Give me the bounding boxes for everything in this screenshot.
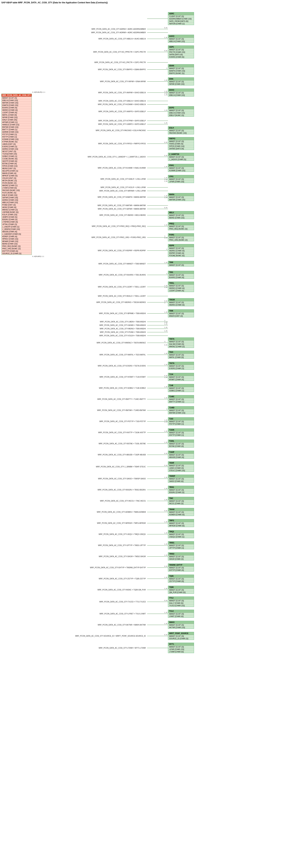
target-entity-field: EBELP [NUMC (5)] (168, 114, 194, 117)
relationship-connector: 1..N (147, 478, 168, 479)
target-entity-title: TINC (168, 497, 194, 500)
relationship-connector: 0..N (147, 144, 168, 144)
cardinality-label: 0..N (164, 142, 167, 143)
target-entity-title: RDPR (168, 244, 194, 247)
cardinality-label: 1..N 1..N (164, 419, 167, 423)
cardinality-label: 1..N (164, 261, 167, 264)
relationship-label: WRF_PCON_DATA_AC_COSI_STY-BUKRS = T001-B… (74, 274, 147, 276)
target-entity-title: T149C (168, 395, 194, 398)
target-entity-box: PREQMANDT [CLNT (3)]PRIO_REQ [NUMC (3)] (168, 222, 194, 230)
main-entity-field: KNTTP [CHAR (1)] (2, 135, 32, 138)
target-entity-box: AUKOMANDT [CLNT (3)]ABELN [CHAR (10)] (168, 35, 194, 43)
target-entity-field: MANDT [CLNT (3)] (168, 167, 194, 169)
main-entity-field: EMATN [CHAR (18)] (2, 104, 32, 106)
cardinality-label: 1..N (164, 327, 167, 328)
target-entity-field: FIPOS [CHAR (14)] (168, 145, 194, 147)
relationship-row: WRF_PCON_DATA_AC_COSI_STY-LTSNR = WYT1-L… (74, 643, 282, 653)
cardinality-label: 1 (166, 273, 167, 275)
target-entity-field: TXJCD [CHAR (15)] (168, 604, 194, 607)
target-entity-field: MANDT [CLNT (3)] (168, 454, 194, 456)
relationship-connector (147, 215, 168, 215)
relationship-label: WRF_PCON_DATA_AC_COSI_STY-TXJCD = TTXJ-T… (74, 601, 147, 603)
relationship-label: WRF_PCON_DATA_AC_COSI_STY-BSTAE = T163L-… (74, 443, 147, 444)
main-entity-field: PRIO_REQ [NUMC (3)] (2, 245, 32, 247)
target-entity-field: MANDT [CLNT (3)] (168, 589, 194, 591)
target-entity-box: T149CMANDT [CLNT (3)]BWTTY [CHAR (1)] (168, 395, 194, 403)
target-entity-box: KNA1MANDT [CLNT (3)]KUNNR [CHAR (10)] (168, 164, 194, 172)
main-entity-field: LNFRNB [NUMC (6)] (2, 211, 32, 213)
target-entity-field: MFRGR [CHAR (8)] (168, 524, 194, 527)
relationship-label: WRF_PCON_DATA_AC_COSI_STY-VOLEH = T006-M… (74, 335, 147, 337)
relationship-connector (147, 205, 168, 206)
target-entity-field: BWTAR [CHAR (10)] (168, 412, 194, 414)
relationship-connector: 1..N (147, 399, 168, 399)
main-entity-field: MAHN [CHAR (4)] (2, 172, 32, 175)
relationship-label: WRF_PCON_DATA_AC_COSI_STY-SATNR = MARA-M… (74, 208, 147, 210)
target-entity-field: MANDT [CLNT (3)] (168, 312, 194, 315)
target-entity-title: WYT1 (168, 643, 194, 646)
target-entity-field: MANDT [CLNT (3)] (168, 420, 194, 423)
relationship-row: WRF_PCON_DATA_AC_COSI_STY-KTPNR = EKPO-E… (74, 119, 282, 122)
cardinality-label: 0..N (164, 207, 167, 209)
target-entity-field: MANDT [CLNT (3)] (168, 398, 194, 401)
target-entity-box: TMSI1MANDT [CLNT (3)]UPTYP [CHAR (1)] (168, 541, 194, 549)
target-entity-field: QM_PUR [CHAR (8)] (168, 591, 194, 593)
target-entity-field: MANDT [CLNT (3)] (168, 81, 194, 83)
main-entity-field: PUNEI [UNIT (3)] (2, 204, 32, 206)
target-entity-field: MANDT [CLNT (3)] (168, 522, 194, 524)
cardinality-label: 0..N (164, 510, 167, 512)
relationship-row: WRF_PCON_DATA_AC_COSI_STY-BNFPO = EBAN-B… (74, 64, 282, 75)
target-entity-box: PURGMANDT [CLNT (3)]PRIO_URG [NUMC (2)] (168, 233, 194, 241)
relationship-row: WRF_PCON_DATA_AC_COSI_STY-MANDT = T000-M… (74, 259, 282, 268)
target-entity-box: TMSI2MANDT [CLNT (3)]SIKGR [CHAR (3)] (168, 552, 194, 560)
target-entity-box: T001LMANDT [CLNT (3)]WERKS [CHAR (4)]LGO… (168, 282, 194, 292)
relationship-label: WRF_PCON_DATA_AC_COSI_STY-UEBPO = EKPO-E… (74, 123, 147, 125)
target-entity-field: MANDT [CLNT (3)] (168, 566, 194, 569)
relationship-connector: 1..N (147, 556, 168, 557)
relationship-row: WRF_PCON_DATA_AC_COSI_STY-BWTAR = T149D-… (74, 406, 282, 414)
relationship-label: WRF_PCON_DATA_AC_COSI_STY-J_1BNBM = T604… (74, 466, 147, 468)
relationship-row: WRF_PCON_DATA_AC_COSI_STY-J_1BNBM = T604… (74, 461, 282, 472)
cardinality-label: 1..N (164, 122, 167, 124)
cardinality-label: 0..N (164, 565, 167, 567)
target-entity-box: WRFT_POHF_SOURCEMANDT [CLNT (3)]SOURCE_I… (168, 632, 194, 640)
relationship-row: WRF_PCON_DATA_AC_COSI_STY-J_1AINDXP = J_… (74, 152, 282, 161)
cardinality-label: 1..N (164, 476, 167, 478)
main-entity-field: LTSNR [CHAR (6)] (2, 187, 32, 189)
target-entity-title: TMQ2 (168, 530, 194, 533)
main-entity-field: APOMS [CHAR (1)] (2, 121, 32, 123)
relationship-connector: 0..N (147, 29, 168, 29)
target-entity-box: WAKHMANDT [CLNT (3)]AKTNR [CHAR (10)] (168, 621, 194, 629)
target-entity-field: WERKS [CHAR (4)] (168, 287, 194, 289)
target-entity-field: MANDT [CLNT (3)] (168, 214, 194, 216)
main-entity-field: ABUEB [CHAR (4)] (2, 230, 32, 233)
target-entity-field: KALSM [CHAR (6)] (168, 343, 194, 345)
relationship-connector: 1..N 1..N 1..N (147, 179, 168, 179)
cardinality-label: 1..N (164, 532, 167, 534)
target-entity-box: J_1AINFT20MANDT [CLNT (3)]J_1ADIXX [CHAR… (168, 153, 194, 161)
relationship-row: WRF_PCON_DATA_AC_COSI_STY-ZGTYP = TQ05-Z… (74, 574, 282, 583)
relationship-row: WRF_PCON_DATA_AC_COSI_STY-INCO1 = TINC-I… (74, 496, 282, 505)
target-entity-field: MANDT [CLNT (3)] (168, 129, 194, 132)
relationship-connector: 1..N (147, 432, 168, 433)
target-entity-title: WAKH (168, 621, 194, 624)
relationship-label: WRF_PCON_DATA_AC_COSI_STY-GEWEI = T006-M… (74, 324, 147, 326)
relationship-connector: 1..N (147, 523, 168, 523)
relationship-row: WRF_PCON_DATA_AC_COSI_STY-SAISO = T6WSP-… (74, 474, 282, 483)
cardinality-label: 0..N (164, 155, 167, 156)
relationship-connector: 1..N (147, 443, 168, 444)
cardinality-label: 1..N (164, 323, 167, 325)
cardinality-bottom: 0..N(RUBR)1 1 1 (32, 255, 44, 257)
target-entity-field: PRIO_URG [NUMC (2)] (168, 239, 194, 241)
main-entity-field: NEVST [UNIT (3)] (2, 150, 32, 153)
main-entity-field: TXZ01[CHAR (18)] (2, 153, 32, 155)
cardinality-label: 1.. 0..N (164, 341, 167, 346)
target-entity-field: MANDT [CLNT (3)] (168, 613, 194, 615)
cardinality-label: 1..N (164, 352, 167, 354)
relationship-label: WRF_PCON_DATA_AC_COSI_STY-PSTYP = T163-P… (74, 421, 147, 422)
target-entity-box: CEPCMANDT [CLNT (3)]PRCTR [CHAR (10)]DAT… (168, 45, 194, 58)
main-entity-field: LTNFRB [CHAR (4)] (2, 221, 32, 223)
relationship-row: WRF_PCON_DATA_AC_COSI_STY-UEQU = TMQ2-US… (74, 530, 282, 538)
relationship-row: WRF_PCON_DATA_AC_COSI_STY-BERID = MDLV-B… (74, 211, 282, 219)
relationship-label: WRF_PCON_DATA_AC_COSI_STY-BSGRU = TBSG-B… (74, 489, 147, 491)
